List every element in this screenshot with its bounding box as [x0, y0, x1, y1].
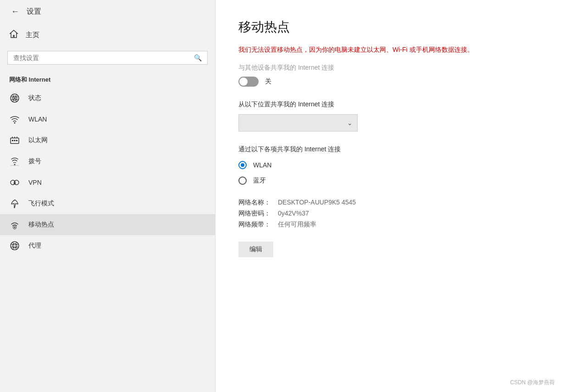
sidebar-item-label-vpn: VPN [28, 179, 42, 186]
sidebar-item-vpn[interactable]: VPN [0, 172, 215, 193]
chevron-down-icon: ⌄ [347, 119, 353, 127]
sidebar-item-label-wlan: WLAN [28, 116, 47, 123]
search-icon: 🔍 [194, 54, 202, 61]
network-name-val: DESKTOP-AUUP9K5 4545 [278, 199, 541, 207]
hotspot-icon [9, 220, 20, 230]
svg-rect-10 [12, 140, 13, 141]
search-input[interactable] [13, 54, 190, 61]
sidebar-item-label-status: 状态 [28, 94, 41, 102]
toggle-knob [239, 77, 248, 86]
network-band-val: 任何可用频率 [278, 221, 541, 229]
edit-button[interactable]: 编辑 [238, 242, 273, 257]
sidebar: ← 设置 主页 🔍 网络和 Internet 状态 [0, 0, 216, 392]
hotspot-toggle[interactable] [238, 77, 259, 87]
sidebar-item-status[interactable]: 状态 [0, 88, 215, 109]
dialup-icon [9, 156, 20, 166]
ethernet-icon [9, 135, 20, 145]
sidebar-item-wlan[interactable]: WLAN [0, 109, 215, 130]
main-content: 移动热点 我们无法设置移动热点，因为你的电脑未建立以太网、Wi-Fi 或手机网络… [216, 0, 564, 392]
sidebar-item-label-dialup: 拨号 [28, 157, 41, 166]
share-via-radio-group: WLAN 蓝牙 [238, 161, 541, 185]
svg-point-5 [14, 122, 16, 124]
back-button[interactable]: ← [9, 5, 21, 18]
svg-rect-11 [14, 140, 16, 141]
sidebar-item-ethernet[interactable]: 以太网 [0, 130, 215, 151]
network-password-val: 0y42V%37 [278, 210, 541, 218]
sidebar-item-label-ethernet: 以太网 [28, 136, 48, 144]
radio-item-bluetooth[interactable]: 蓝牙 [238, 177, 541, 185]
connection-source-dropdown[interactable]: ⌄ [238, 114, 358, 132]
network-name-key: 网络名称： [238, 199, 271, 207]
share-via-label: 通过以下各项共享我的 Internet 连接 [238, 145, 541, 154]
watermark: CSDN @海梦燕荷 [510, 379, 555, 386]
home-icon [9, 29, 18, 41]
wlan-icon [9, 114, 20, 124]
sidebar-item-proxy[interactable]: 代理 [0, 235, 215, 256]
page-title: 移动热点 [238, 18, 541, 36]
share-internet-label: 与其他设备共享我的 Internet 连接 [238, 64, 541, 72]
network-password-key: 网络密码： [238, 210, 271, 218]
radio-wlan-label: WLAN [253, 161, 271, 169]
airplane-icon [9, 199, 20, 209]
sidebar-item-label-proxy: 代理 [28, 242, 41, 250]
sidebar-item-label-hotspot: 移动热点 [28, 221, 54, 229]
sidebar-item-dialup[interactable]: 拨号 [0, 151, 215, 172]
toggle-row: 关 [238, 77, 541, 87]
search-box: 🔍 [7, 51, 208, 65]
sidebar-title: 设置 [27, 7, 41, 17]
sidebar-item-airplane[interactable]: 飞行模式 [0, 193, 215, 214]
svg-point-2 [14, 98, 16, 99]
home-nav-item[interactable]: 主页 [0, 23, 215, 47]
svg-point-19 [11, 242, 19, 250]
error-message: 我们无法设置移动热点，因为你的电脑未建立以太网、Wi-Fi 或手机网络数据连接。 [238, 45, 514, 55]
sidebar-item-hotspot[interactable]: 移动热点 [0, 214, 215, 235]
network-info-grid: 网络名称： DESKTOP-AUUP9K5 4545 网络密码： 0y42V%3… [238, 199, 541, 229]
sidebar-item-label-airplane: 飞行模式 [28, 199, 54, 208]
home-label: 主页 [26, 31, 39, 39]
svg-rect-12 [16, 140, 17, 141]
network-band-key: 网络频带： [238, 221, 271, 229]
status-icon [9, 93, 20, 103]
radio-bluetooth-label: 蓝牙 [253, 177, 266, 185]
radio-item-wlan[interactable]: WLAN [238, 161, 541, 169]
svg-point-13 [14, 164, 16, 166]
proxy-icon [9, 241, 20, 251]
vpn-icon [9, 177, 20, 188]
sidebar-header: ← 设置 [0, 0, 215, 23]
toggle-state-label: 关 [265, 77, 271, 86]
share-from-label: 从以下位置共享我的 Internet 连接 [238, 100, 541, 109]
radio-bluetooth-circle [238, 177, 247, 185]
sidebar-section-title: 网络和 Internet [0, 68, 215, 88]
radio-wlan-circle [238, 161, 247, 169]
svg-point-17 [14, 227, 16, 228]
